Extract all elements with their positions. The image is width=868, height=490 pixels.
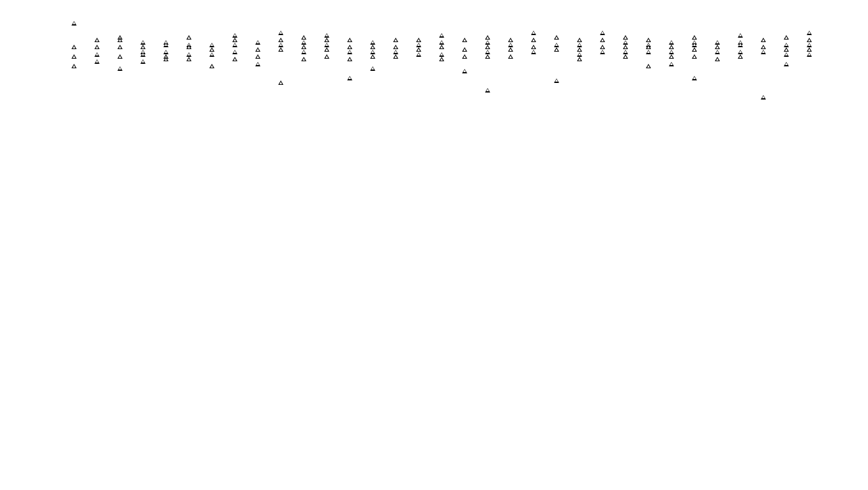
data-point (738, 43, 743, 47)
data-point (531, 31, 536, 35)
data-point (623, 35, 628, 40)
data-point (232, 33, 237, 38)
data-point (347, 50, 352, 54)
data-point (600, 50, 605, 54)
data-point (232, 43, 237, 47)
data-point (508, 43, 513, 47)
data-point (761, 95, 766, 100)
data-point (370, 54, 375, 59)
data-point (692, 76, 697, 80)
data-point (71, 54, 77, 59)
data-point (416, 47, 421, 52)
data-point (163, 50, 168, 54)
data-point (255, 62, 260, 66)
data-point (715, 40, 720, 45)
data-point (347, 38, 352, 42)
data-point (117, 45, 123, 49)
data-point (669, 54, 674, 59)
data-point (531, 45, 536, 49)
data-point (232, 50, 237, 54)
data-point (393, 50, 398, 54)
data-point (278, 47, 283, 52)
data-point (347, 57, 352, 61)
data-point (439, 52, 444, 57)
data-point (807, 31, 812, 35)
data-point (209, 43, 214, 47)
data-point (232, 38, 237, 42)
data-point (255, 40, 260, 45)
data-point (784, 43, 789, 47)
data-point (715, 50, 720, 54)
data-point (278, 31, 283, 35)
data-point (393, 38, 398, 42)
data-point (577, 38, 582, 42)
data-point (439, 40, 444, 45)
data-point (140, 52, 146, 57)
data-point (347, 45, 352, 49)
data-point (807, 52, 812, 57)
data-point (715, 45, 720, 49)
data-point (163, 43, 168, 47)
data-point (554, 43, 559, 47)
data-point (784, 47, 789, 52)
data-point (761, 38, 766, 42)
data-point (784, 35, 789, 40)
data-point (508, 38, 513, 42)
data-point (117, 38, 123, 42)
data-point (347, 76, 352, 80)
data-point (669, 45, 674, 49)
data-point (577, 43, 582, 47)
data-point (462, 47, 467, 52)
data-point (784, 62, 789, 66)
data-point (554, 35, 559, 40)
data-point (140, 40, 146, 45)
data-point (669, 50, 674, 54)
data-point (370, 40, 375, 45)
data-point (186, 52, 191, 57)
data-point (324, 43, 329, 47)
data-point (600, 45, 605, 49)
data-point (209, 52, 214, 57)
data-point (807, 47, 812, 52)
data-point (646, 38, 651, 42)
data-point (324, 54, 329, 59)
data-point (738, 54, 743, 59)
data-point (209, 47, 214, 52)
data-point (692, 54, 697, 59)
data-point (416, 52, 421, 57)
data-point (738, 50, 743, 54)
data-point (324, 47, 329, 52)
data-point (600, 38, 605, 42)
data-point (439, 33, 444, 38)
data-point (462, 69, 467, 73)
data-point (94, 52, 100, 57)
data-point (485, 35, 490, 40)
data-point (324, 38, 329, 42)
data-point (784, 52, 789, 57)
data-point (117, 66, 123, 71)
data-point (439, 57, 444, 61)
data-point (462, 54, 467, 59)
data-point (623, 40, 628, 45)
data-point (485, 40, 490, 45)
data-point (278, 43, 283, 47)
data-point (623, 50, 628, 54)
data-point (439, 45, 444, 49)
data-point (416, 43, 421, 47)
data-point (462, 38, 467, 42)
data-point (370, 66, 375, 71)
data-point (416, 38, 421, 42)
data-point (531, 38, 536, 42)
data-point (117, 54, 123, 59)
data-point (669, 40, 674, 45)
data-point (508, 54, 513, 59)
data-point (485, 54, 490, 59)
data-point (186, 45, 191, 49)
data-point (485, 88, 490, 93)
data-point (278, 80, 283, 85)
data-point (301, 57, 306, 61)
data-point (646, 45, 651, 49)
data-point (485, 45, 490, 49)
data-point (209, 64, 214, 68)
data-point (278, 38, 283, 42)
